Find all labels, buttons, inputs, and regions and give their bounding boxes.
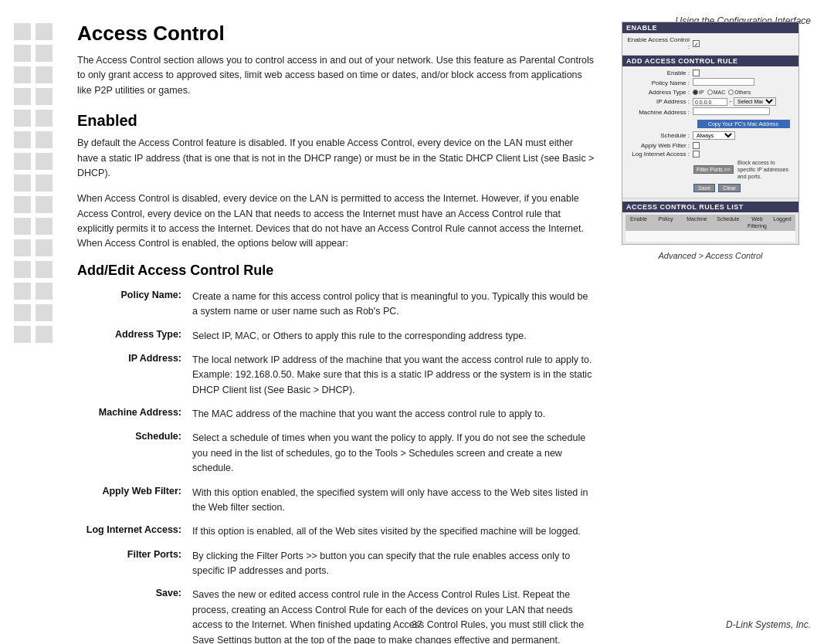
panel-caption: Advanced > Access Control [602,251,819,260]
intro-paragraph: The Access Control section allows you to… [77,53,595,98]
address-type-control: IP MAC Others [693,90,794,95]
interface-screenshot: ENABLE Enable Access Control : ADD ACCES… [622,22,799,245]
field-row: Apply Web Filter:With this option enable… [77,483,595,522]
enable-checkbox[interactable] [693,40,700,47]
schedule-dropdown[interactable]: Always [693,131,735,140]
col-policy: Policy [650,216,681,229]
add-edit-section-title: Add/Edit Access Control Rule [77,263,595,279]
clear-button[interactable]: Clear [718,184,741,192]
others-radio-label: Others [734,90,751,95]
rule-enable-checkbox[interactable] [693,69,700,76]
others-radio-dot [728,90,734,95]
field-desc: Saves the new or edited access control r… [189,585,595,644]
field-row: Address Type:Select IP, MAC, or Others t… [77,326,595,350]
policy-name-control [693,78,794,87]
field-row: IP Address:The local network IP address … [77,350,595,404]
field-label: Schedule: [77,428,189,482]
save-button[interactable]: Save [693,184,715,192]
machine-address-label: Machine Address : [627,109,693,116]
mac-radio-dot [707,90,713,95]
field-row: Policy Name:Create a name for this acces… [77,286,595,326]
decorative-squares [14,23,53,343]
enable-access-control-label: Enable Access Control : [627,36,693,50]
field-desc: The local network IP address of the mach… [189,350,595,404]
col-machine: Machine [681,216,712,229]
copy-button-row: Copy Your PC's Mac Address [627,118,794,130]
schedule-label: Schedule : [627,132,693,139]
field-row: Schedule:Select a schedule of times when… [77,428,595,482]
ip-radio-label: IP [699,90,704,95]
address-type-radio-group: IP MAC Others [693,90,794,95]
mac-radio-label: MAC [714,90,726,95]
rules-list-empty-row [626,231,795,242]
enable-access-control-control [693,39,794,46]
field-desc: Select IP, MAC, or Others to apply this … [189,326,595,350]
ip-address-control: 0.0.0.0 ~ Select Machine [693,97,794,106]
machine-address-input[interactable] [693,107,770,115]
col-web-filtering: Web Filtering [744,216,771,229]
field-definitions-table: Policy Name:Create a name for this acces… [77,286,595,644]
col-enable: Enable [627,216,650,229]
save-clear-control: Save Clear [693,183,794,193]
schedule-control: Always [693,131,794,140]
add-rule-section-header: ADD ACCESS CONTROL RULE [622,56,798,66]
ip-radio-dot [693,90,698,95]
field-label: Apply Web Filter: [77,483,189,522]
others-radio[interactable]: Others [728,90,751,95]
save-clear-row: Save Clear [627,183,794,193]
filter-ports-row: Filter Ports >> Block access to specific… [627,159,794,180]
log-internet-checkbox[interactable] [693,151,700,158]
ip-radio[interactable]: IP [693,90,704,95]
select-machine-dropdown[interactable]: Select Machine [734,97,776,106]
field-desc: Select a schedule of times when you want… [189,428,595,482]
rules-list-header: ACCESS CONTROL RULES LIST [622,202,798,212]
ip-input-group: 0.0.0.0 ~ Select Machine [693,97,794,106]
filter-desc: Block access to specific IP addresses an… [737,159,794,180]
log-internet-control [693,151,794,158]
rule-enable-row: Enable : [627,69,794,76]
enable-section-header: ENABLE [622,22,798,33]
field-row: Log Internet Access:If this option is en… [77,521,595,545]
ip-address-label: IP Address : [627,98,693,105]
main-content: Access Control The Access Control sectio… [77,22,595,621]
copy-button-control: Copy Your PC's Mac Address [693,118,794,130]
field-row: Filter Ports:By clicking the Filter Port… [77,546,595,585]
filter-ports-button[interactable]: Filter Ports >> [693,165,734,174]
field-label: Policy Name: [77,286,189,326]
field-desc: Create a name for this access control po… [189,286,595,326]
policy-name-input[interactable] [693,78,754,86]
ip-address-input[interactable]: 0.0.0.0 [693,98,727,106]
col-filtering-label: Filtering [748,223,767,229]
col-logged: Logged [771,216,794,229]
ip-separator: ~ [729,99,732,104]
right-panel: ENABLE Enable Access Control : ADD ACCES… [602,22,819,260]
field-label: Address Type: [77,326,189,350]
mac-radio[interactable]: MAC [707,90,726,95]
footer-brand: D-Link Systems, Inc. [726,619,811,630]
log-internet-label: Log Internet Access : [627,151,693,158]
field-desc: If this option is enabled, all of the We… [189,521,595,545]
col-web-label: Web [751,216,762,222]
enable-access-control-row: Enable Access Control : [627,36,794,50]
filter-ports-control: Filter Ports >> Block access to specific… [693,159,794,180]
machine-address-row: Machine Address : [627,107,794,117]
rules-list-body: Enable Policy Machine Schedule Web Filte… [622,212,798,244]
enabled-body-1: By default the Access Control feature is… [77,136,595,181]
field-label: IP Address: [77,350,189,404]
page-title: Access Control [77,22,595,46]
address-type-row: Address Type : IP MAC Others [627,89,794,96]
enabled-section-title: Enabled [77,112,595,130]
copy-mac-button[interactable]: Copy Your PC's Mac Address [697,120,790,128]
field-row: Machine Address:The MAC address of the m… [77,404,595,428]
field-label: Log Internet Access: [77,521,189,545]
apply-web-filter-label: Apply Web Filter : [627,142,693,149]
policy-name-label: Policy Name : [627,80,693,86]
rule-enable-label: Enable : [627,69,693,76]
rules-list-columns: Enable Policy Machine Schedule Web Filte… [626,215,795,231]
schedule-row: Schedule : Always [627,131,794,140]
policy-name-row: Policy Name : [627,78,794,87]
apply-web-filter-checkbox[interactable] [693,142,700,149]
field-desc: The MAC address of the machine that you … [189,404,595,428]
field-label: Machine Address: [77,404,189,428]
address-type-label: Address Type : [627,89,693,96]
